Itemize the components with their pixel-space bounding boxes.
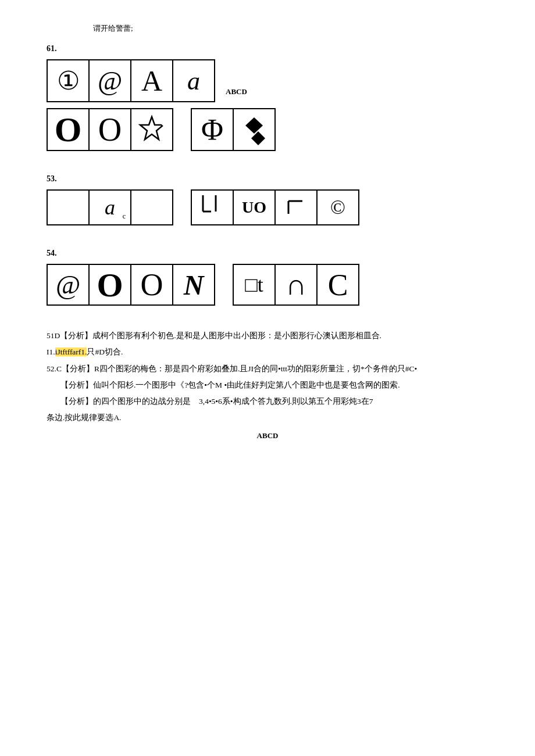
q54-cell-omega: ∩ [275, 264, 317, 305]
analysis-line3: 52.C【分析】R四个图彩的梅色：那是四个府彩如叠加.且JI合的同•ttt功的阳… [47, 362, 488, 376]
question-54-block: 54. @ O O N □t ∩ C [47, 249, 488, 306]
svg-marker-3 [251, 131, 265, 145]
LI-icon [199, 193, 225, 218]
corner-icon [285, 196, 307, 218]
analysis-line5: 条边.按此规律要选A. [47, 411, 488, 425]
q61-cell-phi: Φ [191, 109, 233, 151]
q61-label: 61. [47, 44, 488, 53]
question-53-block: 53. a c [47, 174, 488, 225]
q61-cell-3: A [131, 60, 173, 102]
q54-cell-C: C [317, 264, 359, 305]
q53-row: a c UO [47, 189, 488, 225]
q54-cell-N-italic: N [173, 264, 215, 305]
q54-set2: □t ∩ C [233, 264, 359, 306]
analysis-answer-bottom: ABCD [47, 429, 488, 442]
intro-text: 谓开给警蕾; [93, 23, 488, 34]
analysis-indent1: 【分析】仙叫个阳杉.一个图形中《?包含•个M •由此佳好判定第八个图匙中也是要包… [60, 378, 488, 392]
q61-answer: ABCD [226, 87, 247, 96]
svg-marker-2 [245, 117, 263, 134]
q61-cell-4: a [173, 60, 215, 102]
q53-set2: UO © [191, 189, 359, 225]
q53-cell-3 [131, 190, 173, 225]
analysis-highlight: iJtftffarf1. [55, 347, 87, 356]
q54-label: 54. [47, 249, 488, 258]
q61-cell-1: ① [47, 60, 89, 102]
analysis-line1: 51D【分析】成柯个图形有利个初色.是和是人图形中出小图形：是小图形行心澳认图形… [47, 329, 488, 343]
question-61-block: 61. ① @ A a ABCD O [47, 44, 488, 151]
q61-grid-set2a: O O [47, 108, 173, 151]
q61-grid-set1: ① @ A a [47, 59, 215, 102]
q53-set1: a c [47, 189, 173, 225]
q54-cell-O-normal: O [131, 264, 173, 305]
q54-cell-at: @ [47, 264, 89, 305]
star-partial-icon [137, 114, 167, 145]
q54-cell-sq-t: □t [233, 264, 275, 305]
analysis-line2: I1.iJtftffarf1.只#D切合. [47, 345, 488, 359]
diamond-icon [238, 114, 270, 145]
q54-row: @ O O N □t ∩ C [47, 264, 488, 306]
q61-cell-diamond [233, 109, 275, 151]
q61-row1: ① @ A a ABCD [47, 59, 488, 102]
analysis-section: 51D【分析】成柯个图形有利个初色.是和是人图形中出小图形：是小图形行心澳认图形… [47, 329, 488, 442]
q53-cell-UO: UO [233, 190, 275, 225]
q53-cell-copyright: © [317, 190, 359, 225]
q61-cell-2: @ [89, 60, 131, 102]
q53-cell-corner [275, 190, 317, 225]
q61-cell-O-bold: O [47, 109, 89, 151]
q53-cell-1 [47, 190, 89, 225]
q61-row2: O O Φ [47, 108, 488, 151]
analysis-line2-start: I1. [47, 347, 55, 356]
q53-cell-LI [191, 190, 233, 225]
q61-cell-O-normal: O [89, 109, 131, 151]
q53-cell-2: a c [89, 190, 131, 225]
q53-label: 53. [47, 174, 488, 184]
q54-cell-O-bold: O [89, 264, 131, 305]
analysis-indent2: 【分析】的四个图形中的边战分别是 3,4•5•6系•构成个答九数列.則以第五个用… [60, 395, 488, 409]
q61-cell-star [131, 109, 173, 151]
analysis-line2-end: 只#D切合. [87, 347, 123, 356]
q54-set1: @ O O N [47, 264, 215, 306]
q61-grid-set2b: Φ [191, 108, 276, 151]
